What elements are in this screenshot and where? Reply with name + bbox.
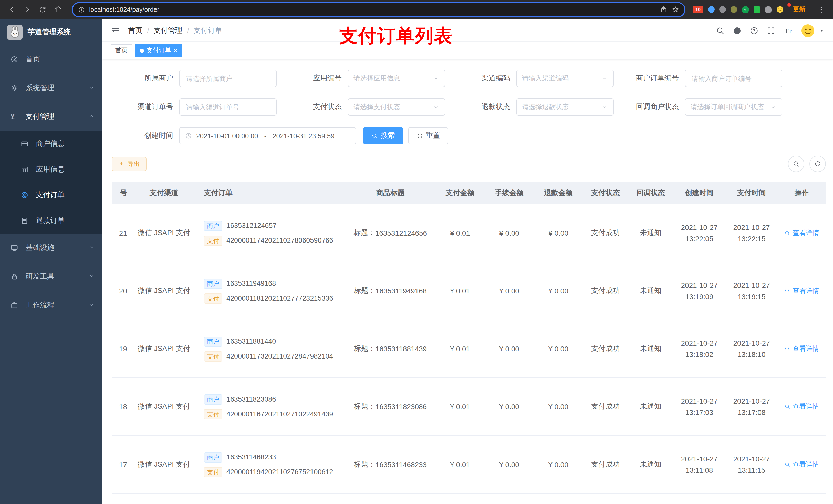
active-tab-dot (140, 48, 144, 52)
view-detail-link[interactable]: 查看详情 (784, 229, 819, 238)
chevron-down-icon (88, 272, 95, 281)
col-create-time: 创建时间 (673, 189, 725, 198)
sidebar-fold-icon[interactable] (111, 26, 120, 35)
breadcrumb-section[interactable]: 支付管理 (154, 26, 182, 35)
channel-order-no-input-wrap (179, 98, 277, 116)
user-avatar[interactable] (800, 23, 825, 38)
channel-order-line: 支付 4200001181202110277723215336 (204, 293, 333, 304)
update-button[interactable]: 更新 (788, 3, 810, 16)
ext-icon-green-check[interactable] (742, 6, 749, 13)
filter-row-1: 所属商户 应用编号 请选择应用信息 渠道编码 请输入渠道编码 商户订单编号 (112, 70, 826, 87)
github-icon[interactable] (733, 26, 742, 35)
pay-status-select[interactable]: 请选择支付状态 (348, 98, 445, 116)
app-select[interactable]: 请选择应用信息 (348, 70, 445, 87)
filter-row-2: 渠道订单号 支付状态 请选择支付状态 退款状态 请选择退款状态 回调商户状态 请… (112, 98, 826, 116)
document-icon (21, 217, 29, 225)
refresh-table-button[interactable] (809, 156, 826, 172)
sidebar-item-home[interactable]: 首页 (0, 45, 102, 74)
bookmark-star-icon[interactable] (672, 6, 679, 13)
app-logo[interactable]: 芋道管理系统 (0, 20, 102, 45)
notify-status: 未通知 (628, 378, 673, 435)
app-title: 芋道管理系统 (28, 28, 71, 37)
pay-tag: 支付 (204, 351, 222, 361)
ext-icon-blue[interactable] (708, 6, 715, 13)
channel-order-no: 4200001173202110272847982104 (227, 352, 333, 360)
sidebar-item-workflow[interactable]: 工作流程 (0, 291, 102, 320)
action-cell: 查看详情 (778, 205, 826, 262)
channel-order-line: 支付 4200001194202110276752100612 (204, 467, 333, 477)
browser-forward-button[interactable] (21, 3, 34, 16)
lock-icon (10, 272, 19, 281)
search-button[interactable]: 搜索 (363, 127, 403, 144)
sidebar-item-app-info[interactable]: 应用信息 (0, 157, 102, 182)
search-icon[interactable] (716, 26, 725, 35)
browser-reload-button[interactable] (36, 3, 49, 16)
refund-amount: ¥ 0.00 (534, 436, 583, 493)
refund-status-select[interactable]: 请选择退款状态 (516, 98, 614, 116)
refund-amount: ¥ 0.00 (534, 205, 583, 262)
download-icon (118, 161, 125, 167)
fee-amount (485, 494, 534, 504)
close-icon[interactable]: × (174, 47, 177, 54)
pay-status: 支付成功 (583, 436, 628, 493)
ext-icon-red-badge[interactable]: 10 (693, 6, 704, 13)
profile-avatar-icon[interactable] (776, 6, 784, 13)
sidebar-item-merchant-info[interactable]: 商户信息 (0, 131, 102, 157)
channel-code-select[interactable]: 请输入渠道编码 (516, 70, 614, 87)
fee-amount: ¥ 0.00 (485, 436, 534, 493)
export-button[interactable]: 导出 (112, 157, 146, 171)
credit-card-icon (21, 140, 29, 148)
ext-icon-gray[interactable] (719, 6, 726, 13)
action-cell: 查看详情 (778, 320, 826, 378)
sidebar-item-system[interactable]: 系统管理 (0, 74, 102, 102)
merchant-tag: 商户 (204, 279, 222, 289)
ext-icon-olive[interactable] (731, 6, 737, 13)
view-detail-link[interactable]: 查看详情 (784, 460, 819, 469)
fullscreen-icon[interactable] (766, 26, 776, 35)
site-info-icon[interactable] (78, 6, 85, 13)
view-detail-link[interactable]: 查看详情 (784, 402, 819, 411)
share-icon[interactable] (660, 6, 668, 13)
help-icon[interactable] (749, 26, 759, 35)
browser-home-button[interactable] (51, 3, 65, 16)
ext-icon-puzzle[interactable] (765, 6, 771, 13)
breadcrumb-home[interactable]: 首页 (128, 26, 142, 35)
ext-icon-green-chat[interactable] (754, 6, 760, 13)
gear-icon (10, 84, 19, 92)
table-row: 19 微信 JSAPI 支付 商户 1635311881440 支付 42000… (112, 320, 826, 378)
font-size-icon[interactable] (783, 26, 792, 35)
pay-status: 支付成功 (583, 378, 628, 435)
chevron-down-icon (88, 243, 95, 252)
sidebar-item-dev-tools[interactable]: 研发工具 (0, 262, 102, 291)
create-time-range-picker[interactable]: 2021-10-01 00:00:00 - 2021-10-31 23:59:5… (179, 127, 356, 144)
pay-status: 支付成功 (583, 262, 628, 320)
table-row: 18 微信 JSAPI 支付 商户 1635311823086 支付 42000… (112, 378, 826, 436)
tab-home[interactable]: 首页 (111, 44, 132, 57)
main-area: 首页 / 支付管理 / 支付订单 支付订单列表 首页 (102, 20, 833, 504)
browser-menu-icon[interactable] (814, 3, 828, 16)
address-bar[interactable]: localhost:1024/pay/order (72, 2, 686, 17)
sidebar-item-pay-order[interactable]: 支付订单 (0, 182, 102, 208)
action-cell: 查看详情 (778, 262, 826, 320)
filter-merchant: 所属商户 (112, 70, 277, 87)
table-row: 商户 163531185786 支付 标题： (112, 494, 826, 504)
product-title: 标题：1635312124656 (345, 205, 435, 262)
view-detail-link[interactable]: 查看详情 (784, 286, 819, 295)
col-pay-time: 支付时间 (725, 189, 778, 198)
view-detail-link[interactable]: 查看详情 (784, 344, 819, 354)
reset-button[interactable]: 重置 (408, 127, 448, 144)
table-row: 21 微信 JSAPI 支付 商户 1635312124657 支付 42000… (112, 205, 826, 262)
merchant-order-no-input[interactable] (691, 74, 777, 83)
tab-pay-order[interactable]: 支付订单 × (135, 44, 182, 57)
sidebar-item-refund-order[interactable]: 退款订单 (0, 208, 102, 234)
search-icon (784, 288, 790, 294)
search-icon (784, 346, 790, 352)
sidebar-item-infrastructure[interactable]: 基础设施 (0, 234, 102, 262)
merchant-input[interactable] (185, 74, 271, 83)
channel-order-no-input[interactable] (185, 103, 271, 112)
merchant-order-line: 商户 1635311881440 (204, 336, 276, 346)
sidebar-item-payment[interactable]: ¥ 支付管理 (0, 102, 102, 131)
toggle-search-button[interactable] (788, 156, 804, 172)
notify-status-select[interactable]: 请选择订单回调商户状态 (685, 98, 782, 116)
browser-back-button[interactable] (5, 3, 19, 16)
